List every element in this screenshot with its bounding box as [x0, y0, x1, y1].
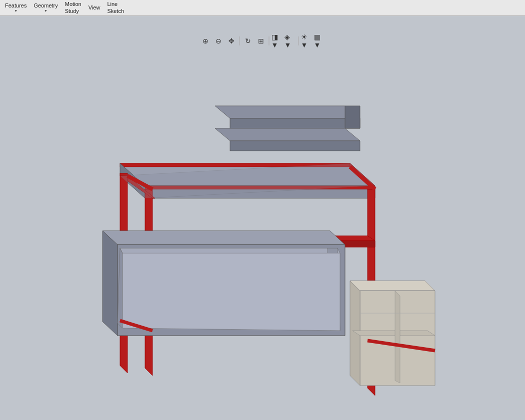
view-icon-toolbar: ⊕ ⊖ ✥ ↻ ⊞ ◨ ▼ ◈ ▼ ☀ ▼ ▦ ▼ [200, 35, 326, 47]
desk-svg [50, 51, 460, 411]
toolbar-line-sketch[interactable]: Line Sketch [104, 0, 127, 15]
scene-icon[interactable]: ▦ ▼ [314, 35, 326, 47]
3d-viewport[interactable]: ⊕ ⊖ ✥ ↻ ⊞ ◨ ▼ ◈ ▼ ☀ ▼ ▦ ▼ [0, 16, 525, 420]
icon-sep-2 [269, 36, 270, 45]
svg-marker-23 [122, 253, 340, 331]
zoom-out-icon[interactable]: ⊖ [212, 35, 224, 47]
display-style-icon[interactable]: ◨ ▼ [272, 35, 284, 47]
svg-marker-1 [230, 118, 360, 128]
features-arrow: ▼ [14, 9, 18, 13]
desk-model-scene [50, 51, 460, 411]
rotate-view-icon[interactable]: ↻ [242, 35, 254, 47]
toolbar-motion-study[interactable]: Motion Study [62, 0, 84, 15]
geometry-arrow: ▼ [44, 9, 48, 13]
toolbar-features[interactable]: Features ▼ [2, 1, 30, 14]
svg-marker-24 [350, 281, 435, 291]
svg-marker-4 [230, 141, 360, 151]
pan-icon[interactable]: ✥ [226, 35, 238, 47]
svg-marker-3 [215, 128, 360, 141]
svg-marker-27 [352, 331, 435, 336]
hide-show-icon[interactable]: ◈ ▼ [284, 35, 296, 47]
svg-marker-0 [215, 106, 360, 118]
main-toolbar: Features ▼ Geometry ▼ Motion Study View … [0, 0, 525, 16]
icon-sep-3 [298, 36, 299, 45]
svg-marker-20 [120, 248, 340, 253]
zoom-to-fit-icon[interactable]: ⊕ [200, 35, 212, 47]
svg-marker-19 [102, 231, 118, 336]
svg-marker-28 [395, 291, 400, 383]
standard-views-icon[interactable]: ⊞ [255, 35, 267, 47]
lights-icon[interactable]: ☀ ▼ [301, 35, 313, 47]
toolbar-geometry[interactable]: Geometry ▼ [30, 1, 60, 14]
icon-sep-1 [240, 36, 240, 45]
toolbar-view[interactable]: View [86, 3, 104, 12]
svg-marker-2 [345, 106, 360, 128]
svg-marker-17 [102, 231, 345, 245]
